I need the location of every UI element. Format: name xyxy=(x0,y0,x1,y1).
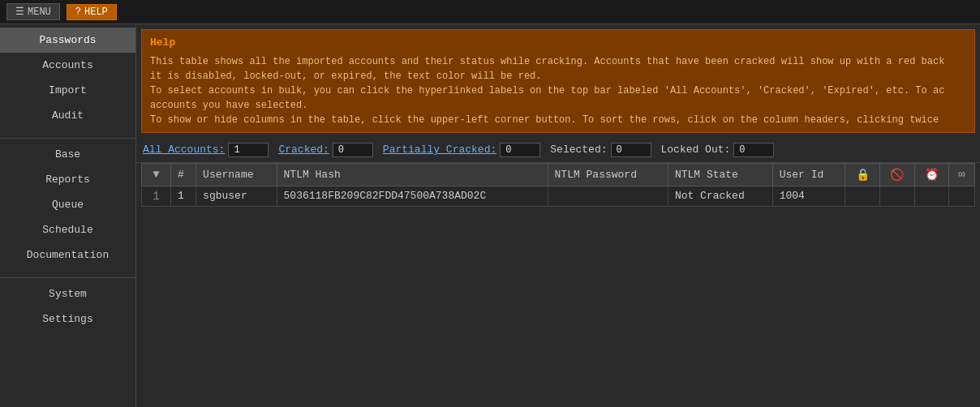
cracked-link[interactable]: Cracked: xyxy=(278,144,329,156)
col-header-clock-icon[interactable]: ⏰ xyxy=(914,163,949,186)
sidebar-item-audit[interactable]: Audit xyxy=(0,103,135,128)
help-line-2: it is disabled, locked-out, or expired, … xyxy=(150,69,966,84)
col-header-ntlm-password[interactable]: NTLM Password xyxy=(548,163,668,186)
help-line-3: To select accounts in bulk, you can clic… xyxy=(150,84,966,98)
sidebar-item-reports[interactable]: Reports xyxy=(0,167,135,192)
help-box: Help This table shows all the imported a… xyxy=(141,29,975,133)
sidebar: Passwords Accounts Import Audit Base Rep… xyxy=(0,24,136,407)
sidebar-item-system[interactable]: System xyxy=(0,281,135,306)
accounts-table-container: ▼ # Username NTLM Hash NTLM Password NTL… xyxy=(141,163,975,403)
help-button[interactable]: ? HELP xyxy=(67,4,117,20)
selected-value: 0 xyxy=(611,143,651,157)
table-header-row: ▼ # Username NTLM Hash NTLM Password NTL… xyxy=(142,163,975,186)
topbar: ☰ MENU ? HELP xyxy=(0,0,980,24)
cracked-value: 0 xyxy=(333,143,373,157)
col-header-username[interactable]: Username xyxy=(196,163,277,186)
sidebar-divider-2 xyxy=(0,277,135,278)
sidebar-item-accounts[interactable]: Accounts xyxy=(0,53,135,78)
row-ntlm-password-cell xyxy=(548,186,668,206)
partially-cracked-link[interactable]: Partially Cracked: xyxy=(383,144,496,156)
row-user-id-cell: 1004 xyxy=(772,186,845,206)
stats-bar: All Accounts: 1 Cracked: 0 Partially Cra… xyxy=(136,138,980,163)
sidebar-item-settings[interactable]: Settings xyxy=(0,306,135,332)
sidebar-group-3: System Settings xyxy=(0,281,135,332)
help-line-5: To show or hide columns in the table, cl… xyxy=(150,113,966,127)
help-title: Help xyxy=(150,35,966,51)
help-label: HELP xyxy=(84,6,108,18)
col-header-infinity-icon[interactable]: ∞ xyxy=(949,163,975,186)
row-block-cell xyxy=(879,186,914,206)
sidebar-group-1: Passwords Accounts Import Audit xyxy=(0,28,135,128)
row-lock-cell xyxy=(845,186,880,206)
col-header-block-icon[interactable]: 🚫 xyxy=(879,163,914,186)
locked-out-value: 0 xyxy=(733,143,774,157)
locked-out-label: Locked Out: xyxy=(661,144,731,156)
stat-selected: Selected: 0 xyxy=(550,143,651,157)
row-username-cell: sgbuser xyxy=(196,186,277,206)
main-layout: Passwords Accounts Import Audit Base Rep… xyxy=(0,24,980,407)
partially-cracked-value: 0 xyxy=(500,143,540,157)
menu-button[interactable]: ☰ MENU xyxy=(6,3,60,20)
content-area: Help This table shows all the imported a… xyxy=(136,24,980,407)
row-ntlm-hash-cell: 5036118FB209C82FDD47500A738AD02C xyxy=(277,186,548,206)
help-icon: ? xyxy=(75,6,81,18)
col-toggle-button[interactable]: ▼ xyxy=(142,163,171,186)
help-line-4: accounts you have selected. xyxy=(150,98,966,113)
sidebar-item-documentation[interactable]: Documentation xyxy=(0,242,135,268)
stat-partially-cracked: Partially Cracked: 0 xyxy=(383,143,540,157)
row-clock-cell xyxy=(914,186,949,206)
row-ntlm-state-cell: Not Cracked xyxy=(668,186,772,206)
sidebar-item-import[interactable]: Import xyxy=(0,78,135,103)
col-header-ntlm-hash[interactable]: NTLM Hash xyxy=(277,163,548,186)
menu-icon: ☰ xyxy=(15,6,24,18)
selected-label: Selected: xyxy=(550,144,607,156)
sidebar-item-schedule[interactable]: Schedule xyxy=(0,217,135,242)
col-header-num[interactable]: # xyxy=(171,163,196,186)
help-line-1: This table shows all the imported accoun… xyxy=(150,54,966,69)
table-row: 1 1 sgbuser 5036118FB209C82FDD47500A738A… xyxy=(142,186,975,206)
all-accounts-value: 1 xyxy=(228,143,269,157)
sidebar-item-queue[interactable]: Queue xyxy=(0,192,135,217)
stat-cracked: Cracked: 0 xyxy=(278,143,372,157)
all-accounts-link[interactable]: All Accounts: xyxy=(143,144,225,156)
table-body: 1 1 sgbuser 5036118FB209C82FDD47500A738A… xyxy=(142,186,975,206)
col-header-lock-icon[interactable]: 🔒 xyxy=(845,163,880,186)
sidebar-group-2: Base Reports Queue Schedule Documentatio… xyxy=(0,142,135,268)
sidebar-item-base[interactable]: Base xyxy=(0,142,135,167)
stat-all-accounts: All Accounts: 1 xyxy=(143,143,269,157)
sidebar-divider-1 xyxy=(0,138,135,139)
accounts-table: ▼ # Username NTLM Hash NTLM Password NTL… xyxy=(141,163,975,207)
menu-label: MENU xyxy=(28,6,51,18)
row-index-cell: 1 xyxy=(171,186,196,206)
row-num-cell: 1 xyxy=(142,186,171,206)
sidebar-item-passwords[interactable]: Passwords xyxy=(0,28,135,53)
col-header-user-id[interactable]: User Id xyxy=(772,163,845,186)
stat-locked-out: Locked Out: 0 xyxy=(661,143,775,157)
row-infinity-cell xyxy=(949,186,975,206)
col-header-ntlm-state[interactable]: NTLM State xyxy=(668,163,772,186)
